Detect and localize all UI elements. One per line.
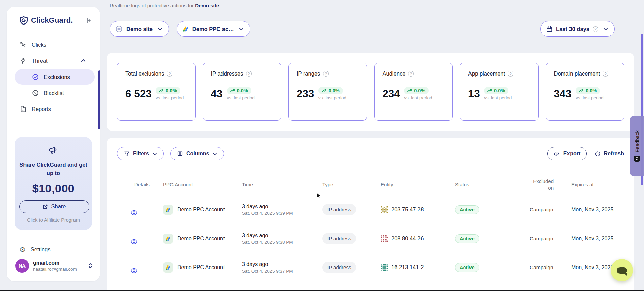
stat-value: 234 (383, 88, 400, 100)
time-absolute: Sat, Oct 4, 2025 9:38 PM (242, 240, 322, 245)
sidebar-item-blacklist[interactable]: Blacklist (15, 85, 95, 101)
trend-up-icon (159, 89, 164, 93)
sidebar-item-threat[interactable]: Threat (7, 53, 95, 68)
entity-identicon (381, 264, 388, 271)
refresh-button[interactable]: Refresh (595, 151, 624, 157)
promo-title: Share ClickGuard and get up to (19, 161, 87, 177)
ppc-account-selector[interactable]: Demo PPC ac… (177, 21, 250, 37)
ppc-account-name: Demo PPC Account (177, 264, 225, 271)
filters-label: Filters (133, 151, 149, 157)
column-header-details[interactable]: Details (127, 181, 163, 188)
export-button[interactable]: Export (547, 147, 587, 160)
account-email: naatali.ro@gmail.com (33, 266, 77, 272)
sidebar-item-reports[interactable]: Reports (7, 101, 95, 117)
sidebar-item-label: Threat (32, 58, 48, 64)
column-header-expires-at[interactable]: Expires at (560, 181, 622, 188)
sidebar-header: ClickGuard. (7, 16, 100, 25)
stat-value: 43 (211, 88, 223, 100)
google-ads-icon (163, 262, 173, 273)
clickguard-logo: ClickGuard. (19, 16, 73, 25)
excluded-on-value: Campaign (530, 236, 560, 242)
sidebar-collapse-icon[interactable] (85, 17, 92, 24)
ppc-account-name: Demo PPC Account (177, 236, 225, 242)
trend-badge: 0.0% (227, 87, 251, 94)
table-row[interactable]: Demo PPC Account 3 days ago Sat, Oct 4, … (107, 224, 634, 253)
entity-value: 208.80.44.26 (391, 235, 424, 242)
column-header-entity[interactable]: Entity (381, 181, 455, 188)
trend-up-icon (407, 89, 412, 93)
site-selector[interactable]: Demo site (110, 21, 169, 37)
share-button[interactable]: Share (19, 200, 89, 213)
sidebar-item-label: Clicks (32, 42, 46, 48)
table-row[interactable]: Demo PPC Account 3 days ago Sat, Oct 4, … (107, 253, 634, 282)
columns-label: Columns (186, 151, 209, 157)
share-button-label: Share (51, 203, 66, 210)
expires-at-value: Mon, Nov 3, 2025 (560, 236, 622, 242)
avatar: NA (15, 259, 29, 273)
type-badge: IP address (322, 233, 356, 244)
excluded-on-value: Campaign (530, 264, 560, 271)
date-range-selector[interactable]: Last 30 days ? (540, 21, 615, 37)
affiliate-promo-card[interactable]: Share ClickGuard and get up to $10,000 S… (15, 137, 92, 230)
feedback-tab[interactable]: Feedback (630, 116, 644, 176)
brand-name: ClickGuard. (31, 16, 73, 25)
time-absolute: Sat, Oct 4, 2025 9:39 PM (242, 211, 322, 216)
column-header-time[interactable]: Time (242, 181, 322, 188)
entity-value: 16.213.141.2… (391, 264, 429, 271)
type-badge: IP address (322, 204, 356, 215)
external-link-icon (43, 204, 48, 209)
stat-card-app-placement: App placement? 13 0.0% vs. last period (460, 63, 539, 121)
promo-caption: Click to Affiliate Program (19, 217, 87, 223)
chevron-down-icon (212, 151, 217, 156)
sidebar-item-exclusions[interactable]: Exclusions (15, 69, 95, 85)
sidebar-scrollbar[interactable] (98, 70, 100, 129)
account-switcher[interactable]: NA gmail.com naatali.ro@gmail.com (7, 252, 100, 281)
trend-up-icon (230, 89, 235, 93)
selectors-row: Demo site Demo PPC ac… (110, 21, 625, 37)
trend-caption: vs. last period (156, 95, 184, 100)
trend-badge: 0.0% (318, 87, 343, 94)
view-details-button[interactable] (130, 209, 163, 216)
refresh-icon (595, 151, 601, 157)
sidebar-item-clicks[interactable]: Clicks (7, 37, 95, 52)
help-icon[interactable]: ? (167, 71, 172, 77)
help-icon[interactable]: ? (246, 71, 252, 77)
stat-value: 6 523 (125, 88, 152, 100)
chat-launcher-button[interactable] (611, 259, 633, 281)
page-subtitle: Realtime logs of protective actions for … (110, 3, 219, 8)
help-icon[interactable]: ? (603, 71, 608, 77)
trend-caption: vs. last period (227, 95, 255, 100)
stat-card-audience: Audience? 234 0.0% vs. last period (374, 63, 453, 121)
stat-card-ip-ranges: IP ranges? 233 0.0% vs. last period (288, 63, 367, 121)
badge-check-icon (32, 73, 39, 81)
trend-badge: 0.0% (576, 87, 600, 94)
view-details-button[interactable] (130, 238, 163, 245)
google-ads-icon (163, 205, 173, 215)
column-header-status[interactable]: Status (455, 181, 530, 188)
stat-card-domain-placement: Domain placement? 343 0.0% vs. last peri… (546, 63, 625, 121)
table-row[interactable]: Demo PPC Account 3 days ago Sat, Oct 4, … (107, 195, 634, 224)
feedback-label: Feedback (634, 130, 640, 152)
help-icon[interactable]: ? (593, 26, 598, 32)
help-icon[interactable]: ? (408, 71, 414, 77)
column-header-ppc-account[interactable]: PPC Account (163, 181, 242, 188)
ban-icon (32, 89, 39, 97)
status-badge: Active (455, 263, 479, 272)
column-header-type[interactable]: Type (322, 181, 381, 188)
entity-value: 203.75.47.28 (391, 206, 424, 213)
columns-button[interactable]: Columns (170, 147, 224, 160)
stat-value: 343 (554, 88, 572, 100)
help-icon[interactable]: ? (508, 71, 513, 77)
entity-identicon (381, 235, 388, 242)
sidebar-item-label: Exclusions (44, 74, 70, 80)
stat-card-total-exclusions: Total exclusions? 6 523 0.0% vs. last pe… (117, 63, 196, 121)
status-badge: Active (455, 234, 479, 243)
chevron-up-icon (81, 58, 86, 63)
cloud-download-icon (554, 151, 560, 157)
account-name: gmail.com (33, 260, 77, 266)
stat-label: App placement (468, 70, 505, 77)
help-icon[interactable]: ? (323, 71, 329, 77)
column-header-excluded-on[interactable]: Excluded on (530, 178, 560, 191)
filters-button[interactable]: Filters (117, 147, 164, 160)
view-details-button[interactable] (130, 267, 163, 274)
